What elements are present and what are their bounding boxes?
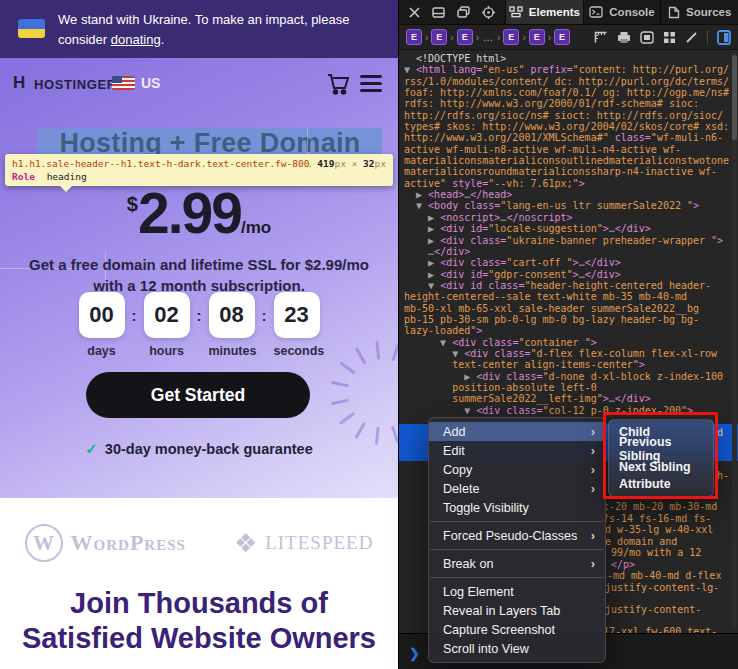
- inspector-window-controls: [399, 0, 506, 24]
- countdown-unit: 02hours: [144, 292, 190, 358]
- code-line[interactable]: rss/1.0/modules/content/ dc: http://purl…: [404, 76, 738, 87]
- context-submenu: ChildPrevious SiblingNext SiblingAttribu…: [608, 419, 714, 497]
- menu-item-log-element[interactable]: Log Element: [429, 582, 605, 601]
- tab-elements-label: Elements: [529, 6, 580, 18]
- price-period: /mo: [241, 218, 271, 237]
- menu-item-toggle-visibility[interactable]: Toggle Visibility: [429, 498, 605, 517]
- menu-item-capture-screenshot[interactable]: Capture Screenshot: [429, 620, 605, 639]
- code-line[interactable]: ▼ <html lang="en-us" prefix="content: ht…: [404, 64, 738, 75]
- code-line[interactable]: …</div>: [404, 246, 738, 257]
- code-line[interactable]: <!DOCTYPE html>: [404, 53, 738, 64]
- breadcrumb-element-badge[interactable]: E: [529, 29, 545, 45]
- breadcrumb-element-badge[interactable]: E: [554, 29, 570, 45]
- submenu-item-previous-sibling[interactable]: Previous Sibling: [609, 441, 713, 459]
- submenu-item-attribute[interactable]: Attribute: [609, 476, 713, 494]
- tab-elements[interactable]: Elements: [506, 0, 584, 24]
- inspector-tabbar: Elements Console Sources: [399, 0, 738, 25]
- code-line[interactable]: ▶ <div id="gdpr-consent">…</div>: [404, 269, 738, 280]
- layers-icon[interactable]: [640, 31, 654, 44]
- ukraine-banner: We stand with Ukraine. To make an impact…: [0, 0, 398, 58]
- code-line[interactable]: height-centered--sale text-white mb-35 m…: [404, 291, 738, 302]
- locale-label[interactable]: US: [141, 75, 160, 91]
- close-icon[interactable]: [409, 7, 420, 18]
- price-currency: $: [127, 193, 138, 215]
- us-flag-icon[interactable]: [112, 76, 135, 90]
- code-line[interactable]: http://rdfs.org/sioc/ns# sioct: http://r…: [404, 110, 738, 121]
- breadcrumb-ellipsis[interactable]: …: [483, 32, 493, 43]
- hero-description: Get a free domain and lifetime SSL for $…: [28, 254, 370, 296]
- code-line[interactable]: ▶ <div class="cart-off ">…</div>: [404, 257, 738, 268]
- print-icon[interactable]: [617, 31, 631, 44]
- menu-item-reveal-in-layers-tab[interactable]: Reveal in Layers Tab: [429, 601, 605, 620]
- menu-separator: [430, 549, 604, 550]
- brand-name[interactable]: HOSTINGER: [34, 77, 117, 92]
- ray-line: [331, 399, 349, 405]
- code-line[interactable]: ▶ <div class="ukraine-banner preheader-w…: [404, 235, 738, 246]
- submenu-arrow-icon: ›: [591, 528, 595, 543]
- dock-bottom-icon[interactable]: [432, 7, 445, 18]
- chevron-right-icon: ›: [476, 32, 479, 43]
- inspect-icon[interactable]: [717, 30, 731, 45]
- countdown-unit: 08minutes: [209, 292, 255, 358]
- code-line[interactable]: ▼ <div class="col-12 p-0 z-index-200">: [404, 405, 738, 416]
- code-line[interactable]: active" style="--vh: 7.61px;">: [404, 178, 738, 189]
- code-line[interactable]: active wf-muli-n8-active wf-muli-n4-acti…: [404, 144, 738, 155]
- breadcrumb-element-badge[interactable]: E: [431, 29, 447, 45]
- hostinger-logo[interactable]: H: [13, 73, 24, 93]
- menu-item-delete[interactable]: Delete›: [429, 479, 605, 498]
- ray-line: [339, 362, 355, 375]
- code-line[interactable]: summerSale2022__left-img">…</div>: [404, 393, 738, 404]
- ruler-icon[interactable]: [594, 31, 608, 44]
- countdown-value: 23: [274, 292, 320, 338]
- donate-link[interactable]: donating: [111, 32, 161, 47]
- code-line[interactable]: ▶ <div id="locale-suggestion">…</div>: [404, 223, 738, 234]
- code-line[interactable]: materialiconsmaterialiconsoutlinedmateri…: [404, 155, 738, 166]
- code-line[interactable]: ▼ <div class="container ">: [404, 337, 738, 348]
- countdown-unit: 00days: [79, 292, 125, 358]
- code-line[interactable]: ▶ <head>…</head>: [404, 189, 738, 200]
- code-line[interactable]: http://www.w3.org/2001/XMLSchema#" class…: [404, 132, 738, 143]
- menu-item-break-on[interactable]: Break on›: [429, 554, 605, 573]
- menu-item-add[interactable]: Add›: [429, 422, 605, 441]
- ray-line: [331, 381, 349, 387]
- code-line[interactable]: ▶ <noscript>…</noscript>: [404, 212, 738, 223]
- code-line[interactable]: ▶ <div class="d-none d-xl-block z-index-…: [404, 371, 738, 382]
- litespeed-logo: ❖ LiteSpeed: [234, 528, 374, 559]
- menu-item-scroll-into-view[interactable]: Scroll into View: [429, 639, 605, 658]
- code-line[interactable]: text-center align-items-center">: [404, 359, 738, 370]
- banner-line1: We stand with Ukraine. To make an impact…: [58, 12, 349, 27]
- code-line[interactable]: ▼ <body class="lang-en-us ltr summerSale…: [404, 200, 738, 211]
- code-line[interactable]: position-absolute left-0: [404, 382, 738, 393]
- code-line[interactable]: ▼ <div id class="header-height-centered …: [404, 280, 738, 291]
- tab-sources[interactable]: Sources: [661, 0, 738, 24]
- inspect-tooltip: h1.h1.sale-header--h1.text-h-dark.text-c…: [5, 154, 393, 186]
- tab-console[interactable]: Console: [584, 0, 662, 24]
- edit-icon[interactable]: [685, 31, 698, 44]
- cart-icon[interactable]: [326, 73, 350, 99]
- tooltip-role-label: Role: [12, 171, 35, 182]
- target-icon[interactable]: [482, 6, 495, 19]
- breadcrumb-element-badge[interactable]: E: [457, 29, 473, 45]
- scrollbar-thumb[interactable]: [732, 55, 737, 140]
- code-line[interactable]: lazy-loaded">: [404, 325, 738, 336]
- dock-side-icon[interactable]: [457, 6, 470, 18]
- code-line[interactable]: types# skos: http://www.w3.org/2004/02/s…: [404, 121, 738, 132]
- grid-icon[interactable]: [663, 31, 676, 44]
- code-line[interactable]: pb-15 pb-30-sm pb-0-lg mb-0 bg-lazy head…: [404, 314, 738, 325]
- code-line[interactable]: foaf: http://xmlns.com/foaf/0.1/ og: htt…: [404, 87, 738, 98]
- menu-item-forced-pseudo-classes[interactable]: Forced Pseudo-Classes›: [429, 526, 605, 545]
- menu-item-edit[interactable]: Edit›: [429, 441, 605, 460]
- breadcrumb-element-badge[interactable]: E: [503, 29, 519, 45]
- countdown-label: days: [79, 344, 125, 358]
- code-line[interactable]: rdfs: http://www.w3.org/2000/01/rdf-sche…: [404, 98, 738, 109]
- breadcrumb-element-badge[interactable]: E: [406, 29, 422, 45]
- menu-item-copy[interactable]: Copy›: [429, 460, 605, 479]
- countdown-value: 08: [209, 292, 255, 338]
- get-started-button[interactable]: Get Started: [86, 372, 310, 418]
- chevron-right-icon: ›: [522, 32, 525, 43]
- code-line[interactable]: ▼ <div class="d-flex flex-column flex-xl…: [404, 348, 738, 359]
- menu-icon[interactable]: [360, 75, 382, 96]
- code-line[interactable]: mb-50-xl mb-65-xxl sale-header summerSal…: [404, 303, 738, 314]
- code-line[interactable]: materialiconsroundmaterialiconssharp-n4-…: [404, 166, 738, 177]
- wordpress-logo: W WordPress: [25, 524, 186, 562]
